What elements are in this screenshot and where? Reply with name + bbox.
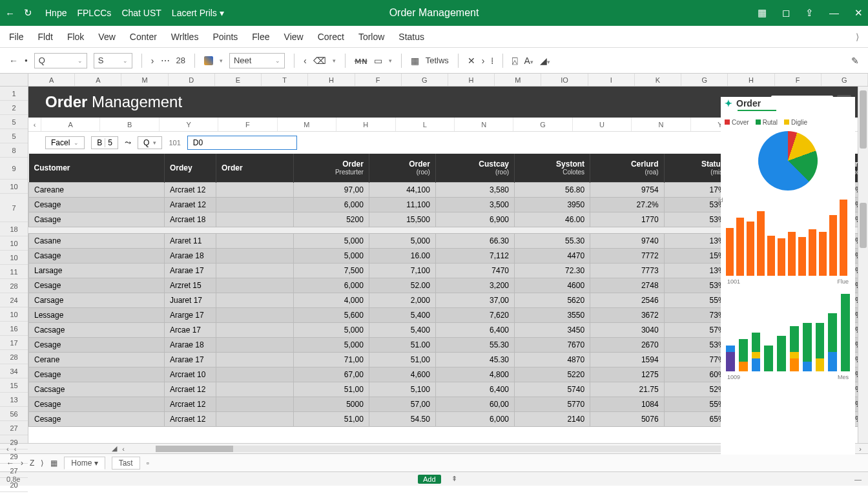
- column-header[interactable]: IO: [541, 74, 588, 86]
- table-cell[interactable]: [216, 397, 294, 411]
- table-cell[interactable]: [216, 293, 294, 307]
- table-cell[interactable]: Lessage: [29, 307, 165, 322]
- table-cell[interactable]: [216, 263, 294, 278]
- tab-vew[interactable]: Vew: [98, 32, 115, 42]
- table-cell[interactable]: [216, 212, 294, 227]
- name-box[interactable]: Q ⌄: [34, 53, 87, 68]
- minimize-icon[interactable]: —: [829, 7, 839, 19]
- menu-chat[interactable]: Chat UST: [121, 8, 161, 18]
- row-header[interactable]: 10: [0, 236, 28, 251]
- table-cell[interactable]: 3,500: [435, 197, 514, 212]
- table-cell[interactable]: 7,500: [294, 263, 369, 278]
- font-size-select[interactable]: S ⌄: [94, 53, 132, 68]
- tab-conter[interactable]: Conter: [130, 32, 157, 42]
- inner-col[interactable]: G: [513, 118, 572, 131]
- table-cell[interactable]: 3450: [515, 322, 590, 337]
- table-cell[interactable]: Juaret 17: [165, 293, 216, 307]
- select-all-corner[interactable]: [0, 74, 28, 86]
- table-cell[interactable]: 1770: [590, 212, 665, 227]
- fill-color-icon[interactable]: ◢▾: [540, 56, 550, 66]
- back-icon[interactable]: ←: [5, 8, 15, 19]
- table-cell[interactable]: 1084: [590, 397, 665, 411]
- table-cell[interactable]: 2546: [590, 293, 665, 307]
- table-cell[interactable]: Arcraet 12: [165, 397, 216, 411]
- ribbon-expand-icon[interactable]: ⟩: [856, 32, 859, 42]
- table-cell[interactable]: 3672: [590, 307, 665, 322]
- table-cell[interactable]: 2,000: [369, 293, 435, 307]
- column-header[interactable]: M: [121, 74, 168, 86]
- table-cell[interactable]: Ararae 17: [165, 263, 216, 278]
- table-cell[interactable]: Casage: [29, 248, 165, 263]
- table-cell[interactable]: 7772: [590, 248, 665, 263]
- table-header[interactable]: SystontColotes: [515, 154, 590, 182]
- inner-col[interactable]: B: [100, 118, 159, 131]
- filter-input[interactable]: D0: [187, 136, 297, 150]
- column-header[interactable]: F: [355, 74, 402, 86]
- table-cell[interactable]: 2670: [590, 337, 665, 352]
- tab-corect[interactable]: Corect: [318, 32, 344, 42]
- column-header[interactable]: G: [681, 74, 728, 86]
- column-header[interactable]: G: [822, 74, 868, 86]
- row-header[interactable]: 1: [0, 87, 28, 101]
- column-header[interactable]: F: [775, 74, 822, 86]
- tab-flok[interactable]: Flok: [67, 32, 84, 42]
- sheet-nav-prev-icon[interactable]: ‹: [14, 445, 17, 453]
- table-cell[interactable]: [216, 367, 294, 382]
- table-header[interactable]: Ordey: [165, 154, 216, 182]
- table-cell[interactable]: Arcraet 12: [165, 182, 216, 197]
- style-select[interactable]: Neet ⌄: [229, 53, 285, 68]
- row-header[interactable]: 11: [0, 265, 28, 279]
- inner-col[interactable]: N: [455, 118, 513, 131]
- filter-select-3[interactable]: Q▾: [138, 136, 162, 149]
- table-cell[interactable]: Cesage: [29, 397, 165, 411]
- inner-col[interactable]: A: [41, 118, 100, 131]
- scroll-thumb[interactable]: [860, 203, 867, 248]
- table-cell[interactable]: 55.30: [435, 337, 514, 352]
- table-icon[interactable]: ▦: [411, 56, 419, 66]
- border-icon[interactable]: ▭: [374, 56, 382, 66]
- column-header[interactable]: A: [75, 74, 121, 86]
- table-cell[interactable]: 54.50: [369, 411, 435, 426]
- table-cell[interactable]: 1594: [590, 352, 665, 367]
- app-icon[interactable]: ▦: [758, 7, 767, 19]
- row-header[interactable]: 18: [0, 222, 28, 236]
- table-cell[interactable]: [216, 278, 294, 293]
- table-cell[interactable]: 4,600: [369, 367, 435, 382]
- scroll-thumb[interactable]: [860, 90, 867, 149]
- font-icon[interactable]: A▾: [524, 56, 533, 66]
- table-cell[interactable]: 3,200: [435, 278, 514, 293]
- table-cell[interactable]: Cesage: [29, 197, 165, 212]
- edit-pencil-icon[interactable]: ✎: [851, 56, 859, 66]
- table-cell[interactable]: 7,112: [435, 248, 514, 263]
- scroll-left-icon[interactable]: ‹: [28, 118, 41, 131]
- add-button[interactable]: Add: [418, 475, 441, 484]
- table-cell[interactable]: 3040: [590, 322, 665, 337]
- table-header[interactable]: Order: [216, 154, 294, 182]
- colon-icon[interactable]: ⁞: [491, 56, 493, 66]
- table-cell[interactable]: [216, 307, 294, 322]
- table-cell[interactable]: Casane: [29, 233, 165, 248]
- table-cell[interactable]: 5,000: [294, 337, 369, 352]
- table-cell[interactable]: Arcae 17: [165, 322, 216, 337]
- chevron-down-icon[interactable]: ▾: [220, 57, 223, 64]
- column-header[interactable]: D: [169, 74, 215, 86]
- table-cell[interactable]: Carsage: [29, 293, 165, 307]
- column-header[interactable]: H: [308, 74, 355, 86]
- table-header[interactable]: OrderPresturter: [294, 154, 369, 182]
- table-cell[interactable]: 57,00: [369, 397, 435, 411]
- column-header[interactable]: M: [495, 74, 541, 86]
- sheet-nav-next-icon[interactable]: ›: [859, 445, 862, 453]
- tab-wrltles[interactable]: Wrltles: [171, 32, 199, 42]
- table-cell[interactable]: Cesage: [29, 278, 165, 293]
- sheet-tab-home[interactable]: Home ▾: [64, 457, 105, 470]
- sheet-tab-tast[interactable]: Tast: [112, 457, 140, 470]
- table-cell[interactable]: 5,000: [294, 322, 369, 337]
- tab-status[interactable]: Status: [398, 32, 424, 42]
- row-header[interactable]: 34: [0, 364, 28, 378]
- menu-fplccs[interactable]: FPLCCs: [77, 8, 111, 18]
- row-header[interactable]: 56: [0, 407, 28, 421]
- table-cell[interactable]: 5,100: [369, 382, 435, 397]
- table-cell[interactable]: 21.75: [590, 382, 665, 397]
- nav-back-icon[interactable]: ←: [9, 56, 18, 66]
- row-header[interactable]: 5: [0, 115, 28, 129]
